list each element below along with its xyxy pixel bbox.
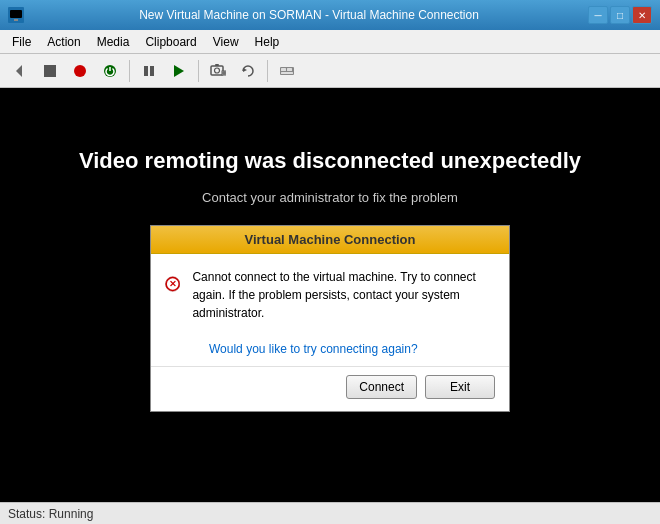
play-icon [172,64,186,78]
snapshot-icon [210,63,226,79]
connect-button[interactable]: Connect [346,375,417,399]
svg-text:✕: ✕ [169,279,177,289]
disconnected-title: Video remoting was disconnected unexpect… [79,148,581,174]
menu-view[interactable]: View [205,33,247,51]
pause-button[interactable] [135,58,163,84]
svg-rect-20 [281,72,293,74]
dialog-header: Virtual Machine Connection [151,226,509,254]
status-bar: Status: Running [0,502,660,524]
back-button[interactable] [6,58,34,84]
close-button[interactable]: ✕ [632,6,652,24]
pause-icon [142,64,156,78]
svg-rect-4 [44,65,56,77]
exit-button[interactable]: Exit [425,375,495,399]
svg-rect-18 [281,68,286,71]
svg-marker-3 [16,65,22,77]
svg-point-5 [74,65,86,77]
back-icon [12,63,28,79]
minimize-button[interactable]: ─ [588,6,608,24]
title-bar: New Virtual Machine on SORMAN - Virtual … [0,0,660,30]
window-title: New Virtual Machine on SORMAN - Virtual … [30,8,588,22]
toolbar [0,54,660,88]
svg-rect-12 [215,64,219,66]
svg-rect-7 [144,66,148,76]
toolbar-divider-2 [198,60,199,82]
menu-help[interactable]: Help [247,33,288,51]
svg-marker-9 [174,65,184,77]
dialog-message: Cannot connect to the virtual machine. T… [192,268,495,322]
svg-rect-19 [287,68,292,71]
status-text: Status: Running [8,507,93,521]
svg-rect-2 [14,19,18,21]
window-controls: ─ □ ✕ [588,6,652,24]
disconnected-sub: Contact your administrator to fix the pr… [202,190,458,205]
svg-rect-1 [10,10,22,18]
main-content: Video remoting was disconnected unexpect… [0,88,660,502]
svg-rect-10 [211,66,223,75]
error-icon: ✕ [165,268,180,300]
svg-point-11 [215,68,220,73]
record-button[interactable] [66,58,94,84]
ctrl-alt-del-icon [279,63,295,79]
menu-clipboard[interactable]: Clipboard [137,33,204,51]
stop-icon [43,64,57,78]
svg-marker-16 [243,68,247,72]
dialog-question: Would you like to try connecting again? [151,342,509,366]
snapshot-button[interactable] [204,58,232,84]
menu-file[interactable]: File [4,33,39,51]
ctrl-alt-del-button[interactable] [273,58,301,84]
app-icon [8,7,24,23]
power-button[interactable] [96,58,124,84]
revert-button[interactable] [234,58,262,84]
menu-action[interactable]: Action [39,33,88,51]
svg-rect-8 [150,66,154,76]
toolbar-divider-3 [267,60,268,82]
menu-media[interactable]: Media [89,33,138,51]
dialog-box: Virtual Machine Connection ✕ Cannot conn… [150,225,510,412]
restore-button[interactable]: □ [610,6,630,24]
dialog-body: ✕ Cannot connect to the virtual machine.… [151,254,509,332]
record-icon [73,64,87,78]
power-icon [103,64,117,78]
play-button[interactable] [165,58,193,84]
stop-button[interactable] [36,58,64,84]
dialog-footer: Connect Exit [151,366,509,411]
menu-bar: File Action Media Clipboard View Help [0,30,660,54]
revert-icon [240,63,256,79]
toolbar-divider-1 [129,60,130,82]
